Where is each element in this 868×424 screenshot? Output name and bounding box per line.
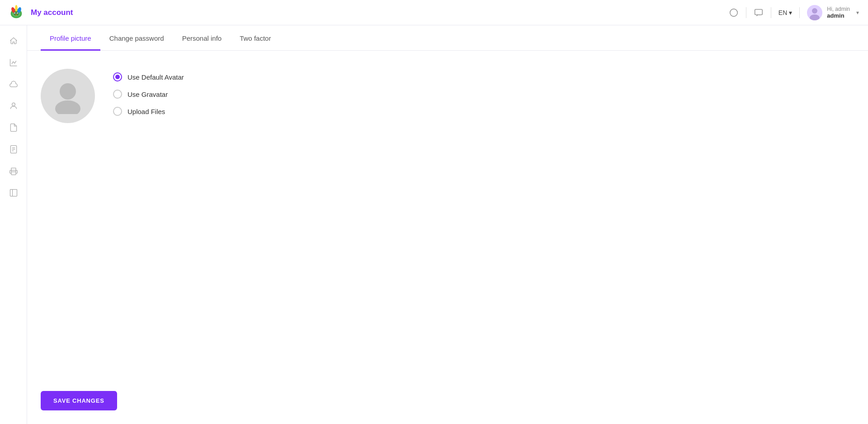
save-changes-button[interactable]: SAVE CHANGES bbox=[41, 391, 117, 410]
tab-content-profile-picture: Use Default Avatar Use Gravatar Upload F… bbox=[27, 51, 868, 424]
header-divider-2 bbox=[771, 7, 771, 18]
app-logo bbox=[7, 4, 25, 22]
radio-option-gravatar[interactable]: Use Gravatar bbox=[113, 90, 184, 99]
avatar bbox=[807, 5, 822, 20]
svg-point-15 bbox=[12, 103, 15, 106]
chat-icon[interactable] bbox=[754, 8, 764, 18]
header-right: EN ▾ Hi, admin admin ▾ bbox=[729, 5, 859, 20]
sidebar-item-user[interactable] bbox=[4, 96, 24, 116]
lang-label: EN bbox=[778, 9, 787, 16]
sidebar-item-analytics[interactable] bbox=[4, 52, 24, 72]
content-area: Profile picture Change password Personal… bbox=[27, 25, 868, 424]
sidebar-item-home[interactable] bbox=[4, 31, 24, 51]
svg-point-14 bbox=[810, 14, 820, 20]
svg-point-11 bbox=[730, 9, 738, 16]
user-menu-chevron-icon: ▾ bbox=[856, 10, 859, 16]
svg-point-23 bbox=[60, 83, 76, 100]
sidebar-item-file[interactable] bbox=[4, 118, 24, 138]
svg-point-13 bbox=[812, 8, 817, 14]
page-content: Profile picture Change password Personal… bbox=[27, 25, 868, 424]
header-divider-1 bbox=[746, 7, 746, 18]
svg-point-9 bbox=[17, 13, 18, 14]
profile-section: Use Default Avatar Use Gravatar Upload F… bbox=[41, 69, 854, 123]
sidebar-item-book[interactable] bbox=[4, 183, 24, 203]
radio-upload-label: Upload Files bbox=[127, 108, 165, 115]
svg-point-3 bbox=[15, 5, 18, 11]
main-layout: Profile picture Change password Personal… bbox=[0, 25, 868, 424]
radio-options: Use Default Avatar Use Gravatar Upload F… bbox=[113, 69, 184, 116]
sidebar-item-document[interactable] bbox=[4, 139, 24, 159]
notification-icon[interactable] bbox=[729, 8, 739, 18]
tab-profile-picture[interactable]: Profile picture bbox=[41, 25, 100, 51]
radio-default-avatar-label: Use Default Avatar bbox=[127, 73, 184, 81]
avatar-preview bbox=[41, 69, 95, 123]
svg-point-8 bbox=[15, 13, 16, 14]
sidebar bbox=[0, 25, 27, 424]
svg-rect-20 bbox=[11, 172, 16, 175]
svg-point-24 bbox=[55, 100, 80, 114]
user-info: Hi, admin admin bbox=[827, 6, 850, 19]
tab-two-factor[interactable]: Two factor bbox=[231, 25, 280, 51]
tabs-bar: Profile picture Change password Personal… bbox=[27, 25, 868, 51]
page-title: My account bbox=[31, 8, 729, 17]
sidebar-item-cloud[interactable] bbox=[4, 74, 24, 94]
tab-personal-info[interactable]: Personal info bbox=[173, 25, 231, 51]
user-menu[interactable]: Hi, admin admin ▾ bbox=[807, 5, 859, 20]
user-name: admin bbox=[827, 12, 850, 19]
svg-rect-21 bbox=[10, 190, 17, 196]
radio-option-upload-files[interactable]: Upload Files bbox=[113, 107, 184, 116]
lang-chevron-icon: ▾ bbox=[789, 9, 792, 16]
user-greeting: Hi, admin bbox=[827, 6, 850, 12]
sidebar-item-print[interactable] bbox=[4, 161, 24, 181]
radio-gravatar-label: Use Gravatar bbox=[127, 91, 168, 98]
language-selector[interactable]: EN ▾ bbox=[778, 9, 792, 16]
svg-rect-12 bbox=[755, 9, 763, 14]
save-section: SAVE CHANGES bbox=[41, 373, 854, 410]
tab-change-password[interactable]: Change password bbox=[100, 25, 173, 51]
radio-default-avatar-indicator bbox=[113, 72, 122, 81]
header-divider-3 bbox=[799, 7, 800, 18]
header: My account EN ▾ bbox=[0, 0, 868, 25]
radio-upload-indicator bbox=[113, 107, 122, 116]
radio-option-default-avatar[interactable]: Use Default Avatar bbox=[113, 72, 184, 81]
radio-gravatar-indicator bbox=[113, 90, 122, 99]
